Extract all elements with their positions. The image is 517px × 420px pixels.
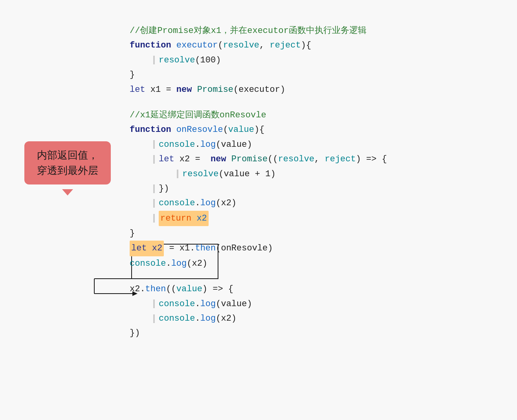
- code-line-comment2: //x1延迟绑定回调函数onResovle: [130, 108, 387, 122]
- code-line-return-x2: return x2: [130, 211, 387, 226]
- code-line-console-value2: console.log(value): [130, 297, 387, 311]
- callout-text-line1: 内部返回值，: [37, 150, 98, 161]
- code-line-x2then: x2.then((value) => {: [130, 282, 387, 296]
- let-x2-highlight: let x2: [130, 241, 164, 256]
- code-line-close1: }: [130, 68, 387, 82]
- code-line-let-x2-inner: let x2 = new Promise((resolve, reject) =…: [130, 152, 387, 166]
- comment2-text: //x1延迟绑定回调函数onResovle: [130, 108, 266, 122]
- fn-executor: executor: [176, 38, 218, 53]
- code-line-comment1: //创建Promise对象x1，并在executor函数中执行业务逻辑: [130, 24, 387, 38]
- keyword-function: function: [130, 38, 176, 53]
- callout-text-line2: 穿透到最外层: [37, 165, 98, 176]
- code-line-let-x2-outer: let x2 = x1.then(onResovle): [130, 241, 387, 256]
- code-line-console-x2-c: console.log(x2): [130, 311, 387, 326]
- code-line-console-x2-b: console.log(x2): [130, 256, 387, 271]
- code-line-console-value: console.log(value): [130, 137, 387, 152]
- code-line-function-executor: function executor(resolve, reject){: [130, 38, 387, 53]
- code-line-resolve100: resolve(100): [130, 53, 387, 68]
- return-highlight: return x2: [159, 211, 209, 226]
- code-line-close2: }: [130, 226, 387, 241]
- callout-bubble: 内部返回值， 穿透到最外层: [24, 141, 111, 184]
- code-line-close3: }): [130, 326, 387, 340]
- comment1-text: //创建Promise对象x1，并在executor函数中执行业务逻辑: [130, 24, 367, 38]
- code-line-function-onresovle: function onResovle(value){: [130, 122, 387, 137]
- code-line-console-x2-a: console.log(x2): [130, 196, 387, 210]
- code-line-resolve-value1: resolve(value + 1): [130, 167, 387, 181]
- code-line-let-x1: let x1 = new Promise(executor): [130, 82, 387, 97]
- code-line-close-inner: }): [130, 181, 387, 196]
- code-block: //创建Promise对象x1，并在executor函数中执行业务逻辑 func…: [130, 24, 387, 341]
